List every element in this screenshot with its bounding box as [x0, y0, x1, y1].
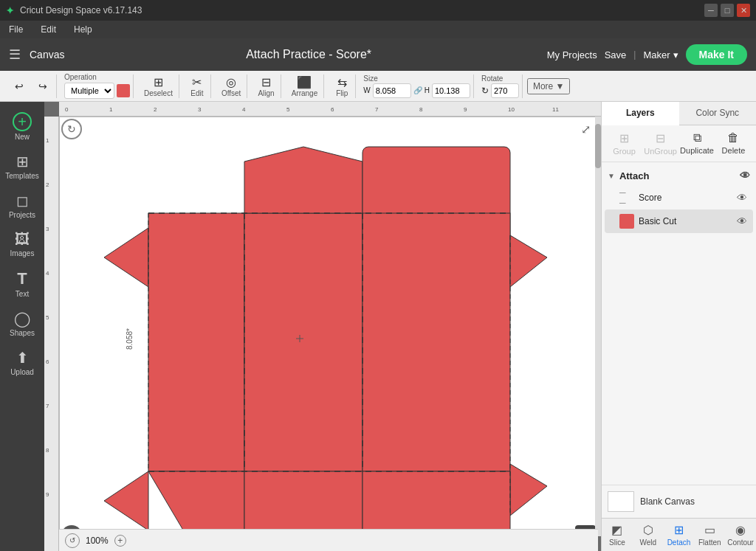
size-w-label: W — [363, 86, 370, 94]
slice-icon: ◩ — [611, 523, 622, 537]
canvas-area[interactable]: 0 1 2 3 4 5 6 7 8 9 10 11 1 2 3 4 5 6 7 … — [44, 102, 601, 551]
size-link-icon: 🔗 — [413, 86, 422, 94]
svg-marker-0 — [104, 228, 148, 287]
tab-layers[interactable]: Layers — [602, 102, 679, 125]
size-h-input[interactable] — [432, 83, 470, 98]
tab-color-sync[interactable]: Color Sync — [679, 102, 757, 125]
deselect-button[interactable]: ⊞ Deselect — [141, 74, 176, 99]
score-visibility-icon[interactable]: 👁 — [737, 192, 747, 204]
detach-label: Detach — [667, 538, 691, 547]
ruler-v-4: 4 — [46, 270, 49, 277]
duplicate-button[interactable]: ⧉ Duplicate — [678, 128, 715, 159]
arrange-group: ⬛ Arrange — [286, 74, 325, 98]
align-group: ⊟ Align — [252, 74, 281, 98]
expand-handle[interactable]: ⤢ — [575, 119, 596, 139]
tab-contour[interactable]: ◉ Contour — [725, 519, 756, 551]
sidebar-item-images-label: Images — [10, 249, 35, 257]
menu-help[interactable]: Help — [71, 23, 95, 36]
rotate-handle[interactable]: ↻ — [61, 119, 82, 139]
flatten-icon: ▭ — [704, 523, 715, 537]
flip-button[interactable]: ⇆ Flip — [331, 74, 352, 99]
menu-edit[interactable]: Edit — [38, 23, 59, 36]
delete-button[interactable]: 🗑 Delete — [715, 128, 752, 159]
rotate-input[interactable] — [491, 83, 519, 98]
maker-label: Maker — [643, 49, 670, 60]
offset-icon: ◎ — [226, 75, 236, 89]
tab-flatten[interactable]: ▭ Flatten — [694, 519, 725, 551]
deselect-label: Deselect — [144, 89, 173, 97]
deselect-icon: ⊞ — [154, 75, 163, 89]
minimize-button[interactable]: ─ — [704, 4, 718, 17]
ruler-10: 10 — [508, 106, 515, 113]
blank-canvas-label: Blank Canvas — [640, 496, 695, 507]
ruler-horizontal: 0 1 2 3 4 5 6 7 8 9 10 11 — [59, 102, 601, 117]
app-header: ☰ Canvas Attach Practice - Score* My Pro… — [0, 38, 756, 71]
tab-detach[interactable]: ⊞ Detach — [664, 519, 695, 551]
blank-canvas-section: Blank Canvas — [602, 485, 756, 518]
layer-item-score[interactable]: ─ ─ Score 👁 — [605, 186, 753, 209]
zoom-value: 100% — [86, 536, 109, 546]
offset-button[interactable]: ◎ Offset — [219, 74, 244, 99]
basic-cut-visibility-icon[interactable]: 👁 — [737, 215, 747, 227]
maximize-button[interactable]: □ — [721, 4, 734, 17]
sidebar-item-upload-label: Upload — [10, 368, 34, 376]
operation-color-swatch[interactable] — [117, 84, 130, 97]
redo-icon: ↪ — [38, 80, 47, 92]
hamburger-menu[interactable]: ☰ — [9, 46, 21, 63]
layer-group-name: Attach — [619, 170, 649, 181]
sidebar-item-images[interactable]: 🖼 Images — [3, 226, 41, 262]
ruler-v-8: 8 — [46, 447, 49, 454]
size-w-input[interactable] — [373, 83, 411, 98]
maker-button[interactable]: Maker ▾ — [643, 49, 678, 60]
canvas-white[interactable]: ↻ ⤢ — [59, 117, 598, 548]
menu-file[interactable]: File — [6, 23, 26, 36]
separator: | — [633, 49, 636, 60]
edit-button[interactable]: ✂ Edit — [187, 74, 207, 99]
group-visibility-icon[interactable]: 👁 — [740, 170, 750, 181]
my-projects-button[interactable]: My Projects — [547, 49, 597, 60]
sidebar-item-text[interactable]: T Text — [3, 265, 41, 302]
ruler-v-6: 6 — [46, 358, 49, 365]
ruler-v-1: 1 — [46, 137, 49, 144]
offset-group: ◎ Offset — [216, 74, 248, 98]
arrange-button[interactable]: ⬛ Arrange — [289, 74, 321, 99]
ruler-5: 5 — [286, 106, 289, 113]
canvas-label: Canvas — [30, 49, 64, 60]
sidebar-item-shapes[interactable]: ◯ Shapes — [3, 305, 41, 342]
delete-label: Delete — [722, 146, 746, 155]
sidebar-item-projects[interactable]: ◻ Projects — [3, 187, 41, 223]
vertical-scrollbar[interactable] — [595, 117, 601, 536]
svg-rect-1 — [148, 213, 244, 471]
sidebar-item-templates[interactable]: ⊞ Templates — [3, 148, 41, 184]
close-button[interactable]: ✕ — [737, 4, 750, 17]
align-button[interactable]: ⊟ Align — [255, 74, 277, 99]
sidebar-item-new[interactable]: + New — [3, 108, 41, 145]
more-button[interactable]: More ▼ — [527, 78, 571, 94]
group-button[interactable]: ⊞ Group — [606, 128, 642, 159]
ungroup-button[interactable]: ⊟ UnGroup — [642, 128, 678, 159]
zoom-in-button[interactable]: + — [114, 535, 126, 547]
projects-icon: ◻ — [16, 192, 29, 209]
operation-select[interactable]: Multiple — [64, 83, 114, 99]
blank-canvas-thumb — [608, 491, 634, 512]
ruler-zero: 0 — [65, 106, 68, 113]
make-it-button[interactable]: Make It — [686, 44, 747, 65]
layer-item-basic-cut[interactable]: Basic Cut 👁 — [605, 209, 753, 233]
save-button[interactable]: Save — [605, 49, 627, 60]
contour-icon: ◉ — [735, 523, 746, 537]
scrollbar-thumb[interactable] — [595, 124, 601, 168]
ungroup-label: UnGroup — [644, 147, 677, 156]
zoom-reset-button[interactable]: ↺ — [65, 533, 80, 548]
templates-icon: ⊞ — [16, 153, 29, 170]
sidebar-item-projects-label: Projects — [9, 211, 35, 219]
weld-icon: ⬡ — [643, 523, 653, 537]
undo-button[interactable]: ↩ — [9, 79, 30, 94]
layer-group-attach[interactable]: ▼ Attach 👁 — [605, 165, 753, 186]
sidebar-item-upload[interactable]: ⬆ Upload — [3, 344, 41, 381]
slice-label: Slice — [609, 538, 625, 547]
redo-button[interactable]: ↪ — [32, 79, 53, 94]
layer-actions: ⊞ Group ⊟ UnGroup ⧉ Duplicate 🗑 Delete — [602, 125, 756, 162]
tab-slice[interactable]: ◩ Slice — [602, 519, 633, 551]
score-layer-name: Score — [639, 193, 732, 203]
tab-weld[interactable]: ⬡ Weld — [633, 519, 664, 551]
